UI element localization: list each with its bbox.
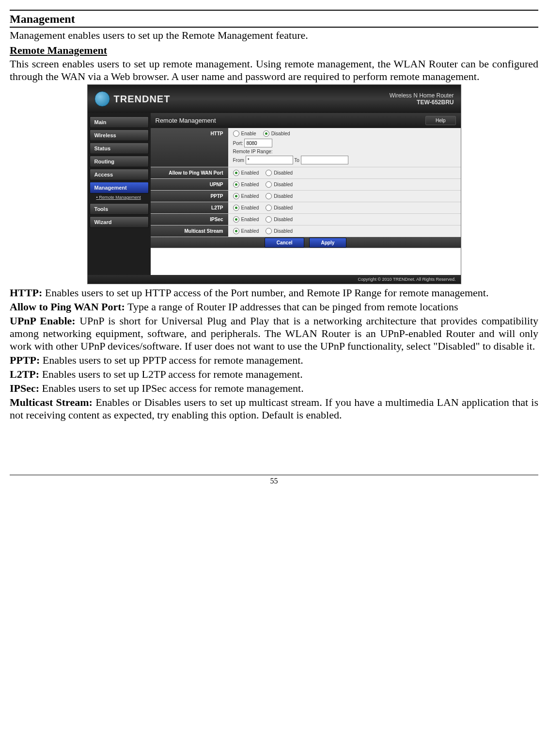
def-http: HTTP: Enables users to set up HTTP acces… <box>10 287 538 299</box>
header-product-info: Wireless N Home Router TEW-652BRU <box>390 92 454 106</box>
def-l2tp: L2TP: Enables users to set up L2TP acces… <box>10 368 538 381</box>
section-heading: Management <box>10 12 538 28</box>
port-label: Port: <box>233 141 243 146</box>
row-label-l2tp: L2TP <box>151 202 228 214</box>
logo-icon <box>94 91 110 107</box>
nav-status[interactable]: Status <box>90 143 149 154</box>
http-port-input[interactable] <box>244 139 272 147</box>
def-pptp: PPTP: Enables users to set up PPTP acces… <box>10 354 538 367</box>
ping-enabled-radio[interactable]: Enabled <box>233 170 259 176</box>
l2tp-enabled-radio[interactable]: Enabled <box>233 205 259 211</box>
subheading: Remote Management <box>10 44 538 57</box>
apply-button[interactable]: Apply <box>309 238 347 248</box>
row-label-pptp: PPTP <box>151 191 228 202</box>
http-disabled-radio[interactable]: Disabled <box>263 130 290 137</box>
nav-management-sub[interactable]: Remote Management <box>90 194 149 202</box>
nav-access[interactable]: Access <box>90 169 149 180</box>
page-number: 55 <box>10 477 538 485</box>
multicast-enabled-radio[interactable]: Enabled <box>233 228 259 234</box>
panel-title: Remote Management <box>156 117 216 124</box>
ping-disabled-radio[interactable]: Disabled <box>266 170 293 176</box>
settings-table: HTTP Enable Disabled Port: <box>151 128 461 248</box>
def-upnp: UPnP Enable: UPnP is short for Universal… <box>10 315 538 353</box>
upnp-enabled-radio[interactable]: Enabled <box>233 181 259 188</box>
nav-main[interactable]: Main <box>90 116 149 128</box>
remote-ip-label: Remote IP Range: <box>233 149 456 154</box>
brand-logo: TRENDNET <box>94 91 171 107</box>
pptp-disabled-radio[interactable]: Disabled <box>266 193 293 199</box>
sub-intro-text: This screen enables users to set up remo… <box>10 58 538 83</box>
header-bar: TRENDNET Wireless N Home Router TEW-652B… <box>88 85 461 113</box>
help-button[interactable]: Help <box>425 116 456 125</box>
nav-management[interactable]: Management <box>90 182 149 193</box>
nav-wizard[interactable]: Wizard <box>90 216 149 228</box>
cancel-button[interactable]: Cancel <box>265 238 305 248</box>
def-ping: Allow to Ping WAN Port: Type a range of … <box>10 301 538 313</box>
to-label: To <box>294 158 299 163</box>
from-input[interactable] <box>246 156 293 164</box>
row-label-http: HTTP <box>151 128 228 167</box>
panel-header: Remote Management Help <box>151 113 461 128</box>
row-label-ipsec: IPSec <box>151 214 228 225</box>
router-admin-screenshot: TRENDNET Wireless N Home Router TEW-652B… <box>87 84 461 284</box>
row-label-ping: Allow to Ping WAN Port <box>151 167 228 179</box>
nav-tools[interactable]: Tools <box>90 203 149 215</box>
content-whitespace <box>151 248 461 275</box>
http-enable-radio[interactable]: Enable <box>233 130 256 137</box>
sidebar-nav: Main Wireless Status Routing Access Mana… <box>88 113 151 275</box>
l2tp-disabled-radio[interactable]: Disabled <box>266 205 293 211</box>
nav-wireless[interactable]: Wireless <box>90 129 149 141</box>
ipsec-disabled-radio[interactable]: Disabled <box>266 216 293 223</box>
pptp-enabled-radio[interactable]: Enabled <box>233 193 259 199</box>
to-input[interactable] <box>301 156 348 164</box>
def-multicast: Multicast Stream: Enables or Disables us… <box>10 396 538 421</box>
product-model: TEW-652BRU <box>390 99 454 106</box>
product-line: Wireless N Home Router <box>390 92 454 99</box>
footer-copyright: Copyright © 2010 TRENDnet. All Rights Re… <box>88 275 461 284</box>
ipsec-enabled-radio[interactable]: Enabled <box>233 216 259 223</box>
multicast-disabled-radio[interactable]: Disabled <box>266 228 293 234</box>
from-label: From <box>233 158 244 163</box>
def-ipsec: IPSec: Enables users to set up IPSec acc… <box>10 382 538 395</box>
brand-text: TRENDNET <box>114 94 171 105</box>
row-label-multicast: Multicast Stream <box>151 225 228 237</box>
upnp-disabled-radio[interactable]: Disabled <box>266 181 293 188</box>
nav-routing[interactable]: Routing <box>90 156 149 167</box>
row-label-upnp: UPNP <box>151 179 228 191</box>
intro-text: Management enables users to set up the R… <box>10 29 538 42</box>
